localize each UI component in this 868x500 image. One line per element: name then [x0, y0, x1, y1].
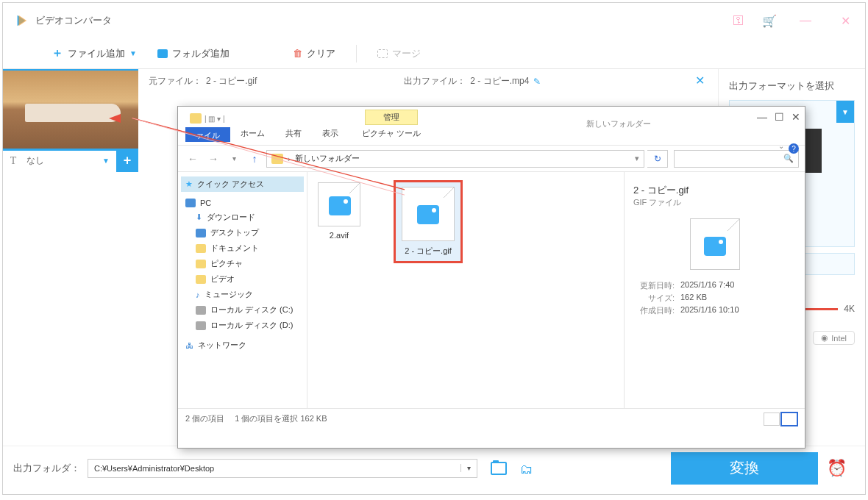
folder-icon — [157, 49, 168, 58]
folder-icon — [190, 113, 202, 124]
sidebar-item-downloads[interactable]: ⬇ダウンロード — [181, 210, 304, 225]
app-title: ビデオコンバータ — [35, 14, 733, 27]
details-pane: 2 - コピー.gif GIF ファイル 更新日時:2025/1/16 7:40… — [624, 172, 805, 408]
chevron-down-icon[interactable]: ▾ — [460, 464, 471, 472]
video-icon — [196, 275, 206, 284]
separator — [356, 45, 357, 63]
network-icon: 🖧 — [185, 341, 193, 350]
search-icon: 🔍 — [783, 154, 794, 163]
pc-icon — [185, 199, 196, 207]
tab-share[interactable]: 共有 — [275, 125, 312, 142]
clear-button[interactable]: 🗑 クリア — [285, 44, 343, 63]
add-folder-button[interactable]: フォルダ追加 — [150, 44, 237, 63]
address-bar[interactable]: › 新しいフォルダー ▾ — [266, 150, 644, 168]
sidebar-item-videos[interactable]: ビデオ — [181, 271, 304, 287]
help-icon[interactable]: ? — [789, 143, 799, 154]
quick-access-toolbar: | ▥ ▾ | — [184, 110, 265, 127]
tab-home[interactable]: ホーム — [230, 125, 275, 142]
document-icon — [196, 244, 206, 253]
minimize-button[interactable]: — — [794, 14, 817, 27]
file-item[interactable]: T なし ▼ + — [3, 69, 138, 446]
browse-folder-button[interactable] — [491, 462, 507, 475]
video-thumbnail[interactable] — [3, 69, 138, 149]
ribbon-collapse-icon[interactable]: ⌄ — [778, 142, 784, 150]
refresh-button[interactable]: ↻ — [647, 150, 668, 168]
nav-forward-button: → — [204, 153, 222, 165]
add-file-button[interactable]: ＋ ファイル追加 ▼ — [44, 43, 144, 64]
close-button[interactable]: ✕ — [834, 14, 856, 28]
sidebar-item-desktop[interactable]: デスクトップ — [181, 225, 304, 240]
format-title: 出力フォーマットを選択 — [729, 79, 855, 93]
dialog-title: 新しいフォルダー — [586, 118, 651, 129]
desktop-icon — [196, 229, 206, 238]
main-toolbar: ＋ ファイル追加 ▼ フォルダ追加 🗑 クリア マージ — [3, 38, 865, 69]
plus-icon: ＋ — [51, 46, 63, 61]
bottom-bar: 出力フォルダ： C:¥Users¥Administrator¥Desktop ▾… — [3, 446, 865, 490]
nav-history-button[interactable]: ▾ — [225, 154, 243, 162]
details-filetype: GIF ファイル — [633, 197, 796, 208]
folder-icon — [271, 154, 283, 164]
view-details-button[interactable] — [764, 413, 780, 426]
output-folder-label: 出力フォルダ： — [13, 462, 80, 475]
tab-picture-tools[interactable]: ピクチャ ツール — [356, 125, 427, 142]
sidebar-item-pictures[interactable]: ピクチャ — [181, 256, 304, 271]
open-folder-button[interactable]: 🗂 — [520, 462, 536, 475]
output-file-label: 出力ファイル： 2 - コピー.mp4 ✎ — [404, 75, 541, 88]
image-file-icon — [318, 182, 360, 226]
title-bar: ビデオコンバータ ⚿ 🛒 — ✕ — [3, 3, 865, 38]
disk-icon — [196, 306, 206, 315]
subtitle-add-button[interactable]: + — [116, 150, 138, 172]
sidebar-item-quickaccess[interactable]: ★クイック アクセス — [181, 176, 304, 192]
dialog-close[interactable]: ✕ — [791, 111, 800, 123]
tab-view[interactable]: 表示 — [312, 125, 349, 142]
view-icons-button[interactable] — [781, 413, 797, 426]
subtitle-icon: T — [3, 150, 24, 172]
download-icon: ⬇ — [196, 213, 202, 222]
file-item-selected[interactable]: 2 - コピー.gif — [396, 182, 460, 261]
sidebar-item-disk-c[interactable]: ローカル ディスク (C:) — [181, 302, 304, 318]
details-filename: 2 - コピー.gif — [633, 184, 796, 197]
details-thumbnail — [690, 218, 740, 270]
edit-output-icon[interactable]: ✎ — [533, 76, 541, 87]
disk-icon — [196, 321, 206, 330]
source-file-label: 元ファイル： 2 - コピー.gif — [149, 75, 257, 88]
format-dropdown-icon[interactable]: ▼ — [836, 101, 854, 123]
tab-manage[interactable]: 管理 — [365, 110, 418, 125]
app-logo-icon — [15, 14, 28, 27]
svg-marker-1 — [18, 15, 26, 26]
nav-up-button[interactable]: ↑ — [246, 153, 263, 165]
image-file-icon — [402, 187, 455, 241]
convert-button[interactable]: 変換 — [671, 452, 818, 485]
picture-icon — [196, 260, 206, 268]
star-icon: ★ — [185, 179, 193, 189]
dialog-minimize[interactable]: — — [757, 111, 767, 123]
status-bar: 2 個の項目 1 個の項目を選択 162 KB — [178, 408, 805, 429]
merge-icon — [377, 49, 388, 58]
file-open-dialog: | ▥ ▾ | 新しいフォルダー — ☐ ✕ ァイル ホーム 共有 表示 管理 … — [177, 106, 805, 449]
search-input[interactable]: 🔍 — [674, 150, 799, 168]
sidebar-item-disk-d[interactable]: ローカル ディスク (D:) — [181, 318, 304, 333]
intel-icon: ◉ — [821, 333, 828, 343]
schedule-button[interactable]: ⏰ — [818, 459, 855, 478]
sidebar-item-pc[interactable]: PC — [181, 196, 304, 210]
tab-file[interactable]: ァイル — [185, 127, 230, 142]
remove-item-button[interactable]: ✕ — [695, 74, 705, 88]
music-icon: ♪ — [196, 290, 200, 299]
merge-button: マージ — [370, 44, 428, 63]
cart-icon[interactable]: 🛒 — [762, 14, 777, 28]
output-path-input[interactable]: C:¥Users¥Administrator¥Desktop ▾ — [88, 459, 477, 478]
file-item[interactable]: 2.avif — [318, 182, 360, 240]
nav-back-button[interactable]: ← — [184, 153, 202, 165]
subtitle-label: なし — [24, 154, 96, 167]
dialog-maximize[interactable]: ☐ — [775, 111, 784, 123]
sidebar-item-documents[interactable]: ドキュメント — [181, 240, 304, 256]
sidebar-item-music[interactable]: ♪ミュージック — [181, 287, 304, 302]
file-list: 2.avif 2 - コピー.gif — [307, 172, 624, 408]
key-icon[interactable]: ⚿ — [733, 14, 744, 27]
chevron-down-icon[interactable]: ▼ — [129, 49, 137, 57]
sidebar-item-network[interactable]: 🖧ネットワーク — [181, 338, 304, 353]
hw-accel-button[interactable]: ◉ Intel — [813, 331, 855, 345]
trash-icon: 🗑 — [293, 48, 302, 59]
subtitle-dropdown[interactable]: ▼ — [96, 157, 116, 165]
navigation-tree: ★クイック アクセス PC ⬇ダウンロード デスクトップ ドキュメント ピクチャ… — [178, 172, 307, 408]
